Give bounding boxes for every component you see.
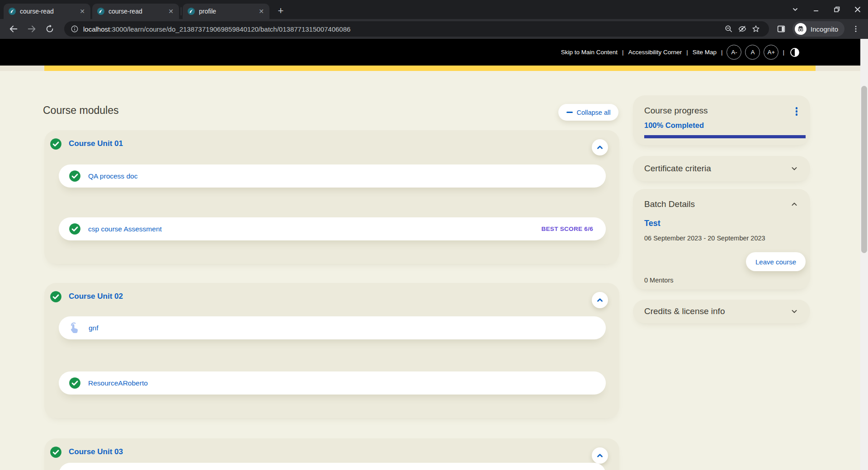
batch-name: Test xyxy=(644,219,660,228)
course-page: Course modules Collapse all Course Unit … xyxy=(0,71,868,470)
chevron-down-icon[interactable] xyxy=(790,164,799,175)
check-circle-icon xyxy=(69,377,81,389)
certificate-criteria-card[interactable]: Certificate criteria xyxy=(633,156,810,181)
tab-title: course-read xyxy=(20,8,78,15)
content-item-label: QA process doc xyxy=(88,172,137,180)
zoom-out-icon[interactable] xyxy=(722,22,736,36)
contrast-toggle-icon[interactable] xyxy=(789,47,800,58)
chevron-up-icon[interactable] xyxy=(790,200,799,211)
credits-license-title: Credits & license info xyxy=(644,306,725,316)
content-item[interactable] xyxy=(59,463,606,470)
scrollbar-thumb[interactable] xyxy=(861,86,867,253)
font-normal-button[interactable]: A xyxy=(745,45,760,60)
progress-status: 100% Completed xyxy=(644,121,704,130)
touch-app-icon xyxy=(69,322,81,334)
check-circle-icon xyxy=(50,138,62,150)
url-path: :3000/learn/course/do_213873719069859840… xyxy=(110,25,350,33)
tab-course-read-2[interactable]: course-read ✕ xyxy=(92,4,179,19)
content-item[interactable]: csp course Assessment BEST SCORE 6/6 xyxy=(59,217,606,240)
page-scrollbar[interactable] xyxy=(860,39,868,470)
tab-title: course-read xyxy=(108,8,166,15)
side-panel-icon[interactable] xyxy=(774,22,788,36)
kebab-menu-icon[interactable] xyxy=(796,107,798,116)
restore-icon[interactable] xyxy=(826,0,847,19)
unit-header[interactable]: Course Unit 01 xyxy=(44,136,619,152)
check-circle-icon xyxy=(50,291,62,303)
progress-bar xyxy=(644,135,806,138)
certificate-criteria-title: Certificate criteria xyxy=(644,164,711,174)
course-unit-02-card: Course Unit 02 gnf ResourceARoberto xyxy=(44,283,619,418)
separator: | xyxy=(622,49,624,56)
unit-header[interactable]: Course Unit 03 xyxy=(44,444,619,460)
brand-strip-yellow xyxy=(44,66,816,71)
content-item-label: ResourceARoberto xyxy=(88,379,148,387)
url-text[interactable]: localhost:3000/learn/course/do_213873719… xyxy=(83,25,722,33)
credits-license-card[interactable]: Credits & license info xyxy=(633,300,810,323)
check-circle-icon xyxy=(69,223,81,235)
close-window-icon[interactable] xyxy=(847,0,868,19)
collapse-unit-button[interactable] xyxy=(592,447,608,464)
course-unit-03-card: Course Unit 03 xyxy=(44,438,619,470)
favicon-icon xyxy=(8,7,16,15)
collapse-unit-button[interactable] xyxy=(592,139,608,155)
unit-title: Course Unit 01 xyxy=(69,139,123,148)
leave-course-button[interactable]: Leave course xyxy=(746,252,806,271)
course-progress-title: Course progress xyxy=(644,106,708,116)
mentors-count: 0 Mentors xyxy=(644,277,673,284)
tab-search-chevron-icon[interactable] xyxy=(785,0,806,19)
tab-title: profile xyxy=(199,8,257,15)
collapse-unit-button[interactable] xyxy=(592,292,608,308)
content-item[interactable]: gnf xyxy=(59,316,606,339)
unit-title: Course Unit 02 xyxy=(69,292,123,301)
incognito-label: Incognito xyxy=(811,25,838,33)
font-decrease-button[interactable]: A- xyxy=(726,45,741,60)
skip-to-main-link[interactable]: Skip to Main Content xyxy=(561,49,618,56)
favicon-icon xyxy=(97,7,105,15)
minimize-icon[interactable] xyxy=(806,0,826,19)
batch-details-title: Batch Details xyxy=(644,199,695,209)
tab-profile[interactable]: profile ✕ xyxy=(183,4,269,19)
best-score-badge: BEST SCORE 6/6 xyxy=(542,226,593,232)
tab-close-icon[interactable]: ✕ xyxy=(166,7,175,16)
forward-icon[interactable] xyxy=(24,21,40,37)
eye-off-icon[interactable] xyxy=(736,22,749,36)
back-icon[interactable] xyxy=(5,21,22,37)
browser-menu-icon[interactable] xyxy=(849,22,863,36)
tab-close-icon[interactable]: ✕ xyxy=(257,7,266,16)
tab-course-read-1[interactable]: course-read ✕ xyxy=(4,4,90,19)
batch-dates: 06 September 2023 - 20 September 2023 xyxy=(644,235,765,242)
minus-icon xyxy=(566,112,573,113)
address-bar[interactable]: localhost:3000/learn/course/do_213873719… xyxy=(64,21,769,37)
site-info-icon[interactable] xyxy=(71,25,79,33)
content-item-label: csp course Assessment xyxy=(88,225,162,233)
browser-toolbar: localhost:3000/learn/course/do_213873719… xyxy=(0,19,868,39)
separator: | xyxy=(783,49,784,56)
chevron-up-icon xyxy=(595,295,605,305)
content-item-label: gnf xyxy=(89,324,99,332)
window-controls xyxy=(785,0,868,19)
check-circle-icon xyxy=(50,446,62,458)
collapse-all-label: Collapse all xyxy=(577,109,611,116)
separator: | xyxy=(686,49,688,56)
chevron-up-icon xyxy=(595,142,605,152)
new-tab-button[interactable]: + xyxy=(274,5,288,18)
tab-close-icon[interactable]: ✕ xyxy=(78,7,87,16)
separator: | xyxy=(721,49,723,56)
site-map-link[interactable]: Site Map xyxy=(693,49,717,56)
check-circle-icon xyxy=(69,170,81,182)
unit-title: Course Unit 03 xyxy=(69,447,123,456)
unit-header[interactable]: Course Unit 02 xyxy=(44,288,619,305)
font-increase-button[interactable]: A+ xyxy=(764,45,778,60)
incognito-badge: Incognito xyxy=(793,21,844,37)
accessibility-corner-link[interactable]: Accessibility Corner xyxy=(628,49,682,56)
chevron-down-icon[interactable] xyxy=(790,307,799,318)
course-progress-card: Course progress 100% Completed xyxy=(633,95,810,145)
incognito-spy-icon xyxy=(795,23,807,35)
bookmark-star-icon[interactable] xyxy=(749,22,763,36)
content-item[interactable]: ResourceARoberto xyxy=(59,371,606,395)
reload-icon[interactable] xyxy=(42,21,58,37)
url-host: localhost xyxy=(83,25,110,33)
collapse-all-button[interactable]: Collapse all xyxy=(558,104,618,121)
tab-strip: course-read ✕ course-read ✕ profile ✕ + xyxy=(0,0,868,19)
content-item[interactable]: QA process doc xyxy=(59,164,606,188)
